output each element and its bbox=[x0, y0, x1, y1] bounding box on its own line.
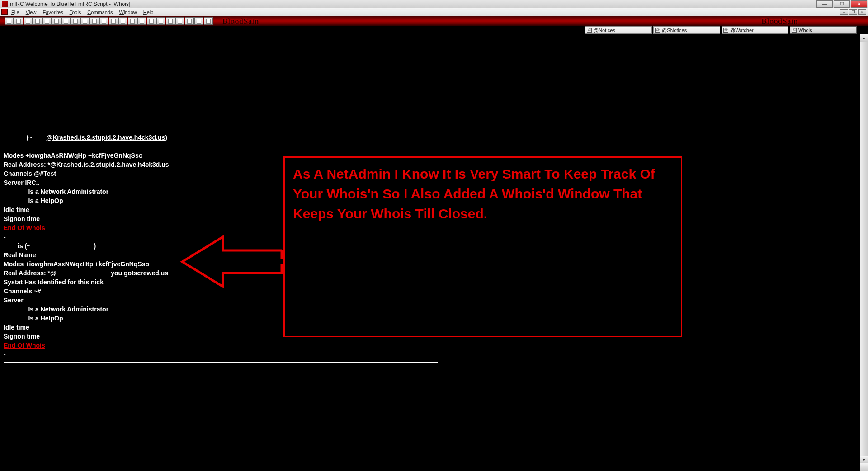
whois-line: - bbox=[4, 233, 6, 240]
annotation-arrow-icon bbox=[180, 232, 284, 292]
annotation-box: As A NetAdmin I Know It Is Very Smart To… bbox=[283, 156, 682, 337]
toolbar-button[interactable] bbox=[33, 17, 42, 25]
tab-label: @Watcher bbox=[730, 28, 754, 33]
maximize-button[interactable]: ☐ bbox=[834, 0, 850, 8]
minimize-button[interactable]: — bbox=[816, 0, 833, 8]
tab-whois[interactable]: Whois bbox=[790, 26, 857, 34]
window-title: mIRC Welcome To BlueHell mIRC Script - [… bbox=[10, 1, 130, 7]
toolbar-button[interactable] bbox=[52, 17, 61, 25]
scroll-up-button[interactable]: ▴ bbox=[860, 34, 868, 42]
mdi-window-buttons: – ❐ × bbox=[840, 9, 866, 15]
whois-line: Idle time bbox=[4, 324, 29, 331]
whois-line: Channels ~# bbox=[4, 287, 41, 295]
whois-line: Real Address: *@Krashed.is.2.stupid.2.ha… bbox=[4, 161, 169, 168]
tab-notices[interactable]: @Notices bbox=[585, 26, 652, 34]
close-button[interactable]: ✕ bbox=[851, 0, 867, 8]
whois-line: Is a HelpOp bbox=[4, 315, 63, 322]
menu-commands[interactable]: Commands bbox=[84, 9, 116, 15]
toolbar-button[interactable] bbox=[71, 17, 80, 25]
whois-line: Signon time bbox=[4, 333, 40, 340]
scroll-down-button[interactable]: ▾ bbox=[860, 456, 868, 463]
menu-bar: File View Favorites Tools Commands Windo… bbox=[0, 8, 868, 16]
whois-line: Idle time bbox=[4, 206, 29, 213]
toolbar-button[interactable] bbox=[90, 17, 99, 25]
annotation-text: As A NetAdmin I Know It Is Very Smart To… bbox=[293, 166, 655, 221]
whois-line: Modes +iowghaAsRNWqHp +kcfFjveGnNqSso bbox=[4, 152, 142, 159]
menu-file[interactable]: File bbox=[8, 9, 23, 15]
whois-line: is (~ ) bbox=[4, 242, 96, 250]
whois-line: Server bbox=[4, 297, 24, 304]
toolbar-button[interactable] bbox=[5, 17, 14, 25]
menu-tools[interactable]: Tools bbox=[66, 9, 85, 15]
toolbar-button[interactable] bbox=[80, 17, 90, 25]
main-area: (~ @Krashed.is.2.stupid.2.have.h4ck3d.us… bbox=[0, 34, 868, 471]
app-icon-small[interactable] bbox=[1, 9, 8, 15]
brand-label-right: BloodSain bbox=[761, 17, 798, 26]
toolbar-button[interactable] bbox=[137, 17, 146, 25]
whois-line: - bbox=[4, 351, 6, 358]
toolbar-button[interactable] bbox=[99, 17, 108, 25]
whois-line: Channels @#Test bbox=[4, 170, 56, 177]
whois-end: End Of Whois bbox=[4, 342, 45, 349]
menu-window[interactable]: Window bbox=[116, 9, 140, 15]
whois-line: Is a Network Administrator bbox=[4, 306, 108, 313]
tab-label: @SNotices bbox=[662, 28, 687, 33]
title-bar: mIRC Welcome To BlueHell mIRC Script - [… bbox=[0, 0, 868, 8]
tab-snotices[interactable]: @SNotices bbox=[653, 26, 720, 34]
whois-line: Server IRC.. bbox=[4, 179, 39, 186]
tab-row: @Notices @SNotices @Watcher Whois bbox=[0, 26, 868, 34]
divider bbox=[4, 362, 438, 363]
window-icon bbox=[655, 28, 660, 33]
mdi-minimize-button[interactable]: – bbox=[840, 9, 848, 15]
window-icon bbox=[723, 28, 728, 33]
whois-end: End Of Whois bbox=[4, 224, 45, 231]
whois-line: Real Address: *@ you.gotscrewed.us bbox=[4, 269, 168, 277]
scroll-grip[interactable] bbox=[860, 463, 868, 471]
whois-line: Is a Network Administrator bbox=[4, 188, 108, 195]
toolbar-button[interactable] bbox=[109, 17, 118, 25]
menu-favorites[interactable]: Favorites bbox=[39, 9, 66, 15]
window-icon bbox=[792, 28, 797, 33]
toolbar-button[interactable] bbox=[24, 17, 33, 25]
whois-line: Systat Has Identified for this nick bbox=[4, 278, 104, 286]
toolbar-button[interactable] bbox=[128, 17, 137, 25]
app-icon bbox=[2, 1, 8, 7]
whois-line: Signon time bbox=[4, 215, 40, 222]
menu-view[interactable]: View bbox=[23, 9, 40, 15]
toolbar-button[interactable] bbox=[175, 17, 184, 25]
toolbar-button[interactable] bbox=[42, 17, 52, 25]
toolbar-button[interactable] bbox=[147, 17, 156, 25]
tab-label: @Notices bbox=[594, 28, 615, 33]
toolbar-button[interactable] bbox=[156, 17, 165, 25]
whois-line: (~ @Krashed.is.2.stupid.2.have.h4ck3d.us… bbox=[4, 134, 167, 141]
brand-label: BloodSain bbox=[222, 17, 259, 26]
toolbar-button[interactable] bbox=[204, 17, 213, 25]
toolbar-button[interactable] bbox=[166, 17, 175, 25]
toolbar-button[interactable] bbox=[118, 17, 127, 25]
toolbar: BloodSain BloodSain bbox=[0, 16, 868, 26]
toolbar-button[interactable] bbox=[185, 17, 194, 25]
whois-line: Is a HelpOp bbox=[4, 197, 63, 204]
window-icon bbox=[587, 28, 592, 33]
whois-line: Real Name bbox=[4, 251, 36, 259]
mdi-close-button[interactable]: × bbox=[858, 9, 866, 15]
window-buttons: — ☐ ✕ bbox=[816, 0, 867, 8]
mdi-restore-button[interactable]: ❐ bbox=[849, 9, 857, 15]
toolbar-button[interactable] bbox=[61, 17, 71, 25]
toolbar-button[interactable] bbox=[14, 17, 23, 25]
menu-help[interactable]: Help bbox=[140, 9, 157, 15]
vertical-scrollbar[interactable]: ▴ ▾ bbox=[860, 34, 868, 471]
tab-watcher[interactable]: @Watcher bbox=[722, 26, 788, 34]
tab-label: Whois bbox=[798, 28, 812, 33]
toolbar-button[interactable] bbox=[194, 17, 203, 25]
whois-line: Modes +iowghraAsxNWqzHtp +kcfFjveGnNqSso bbox=[4, 260, 149, 268]
